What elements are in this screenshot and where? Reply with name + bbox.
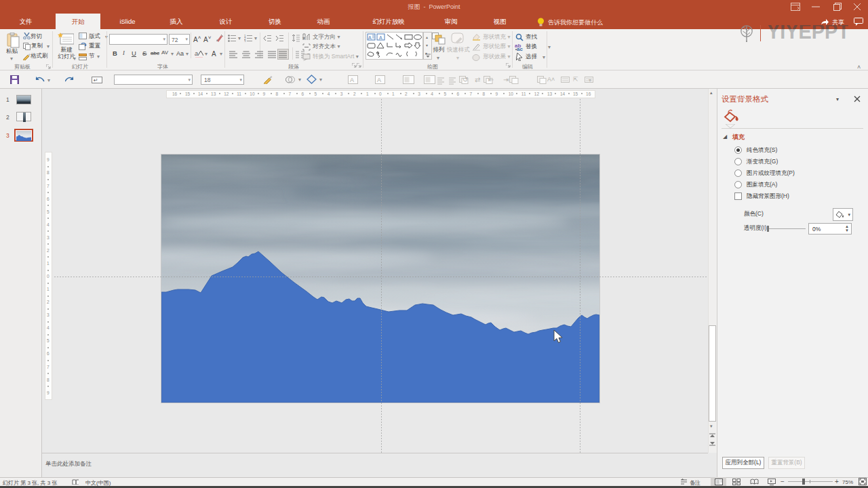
svg-text:↵: ↵ — [94, 77, 98, 83]
svg-text:3: 3 — [244, 40, 246, 42]
svg-text:A: A — [350, 77, 354, 83]
svg-text:A: A — [379, 35, 382, 40]
svg-text:a: a — [195, 50, 198, 57]
svg-text:A: A — [377, 77, 381, 83]
svg-text:A: A — [368, 35, 372, 40]
svg-text:ac: ac — [517, 46, 523, 51]
